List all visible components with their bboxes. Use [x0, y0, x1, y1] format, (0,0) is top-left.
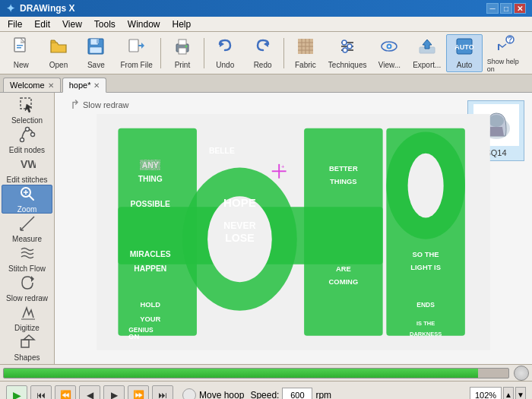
tool-lettering[interactable]: T Lettering	[2, 363, 52, 364]
svg-text:ON: ON	[128, 332, 139, 340]
tool-selection-label: Selection	[11, 116, 43, 125]
open-icon	[49, 36, 68, 59]
tool-stitchflow[interactable]: Stitch Flow	[2, 244, 52, 273]
svg-point-11	[185, 46, 187, 48]
minimize-button[interactable]: ─	[486, 3, 499, 14]
tool-editnodes[interactable]: Edit nodes	[2, 125, 52, 154]
step-forward-button[interactable]: ▶	[103, 385, 125, 400]
zoom-icon	[19, 185, 36, 204]
tab-hope[interactable]: hope* ✕	[62, 78, 107, 93]
zoom-display: 102%	[470, 387, 502, 400]
toolbar-view-button[interactable]: View...	[372, 34, 407, 72]
svg-text:YOUR: YOUR	[140, 315, 160, 323]
svg-text:HAPPEN: HAPPEN	[134, 264, 166, 273]
zoom-up-button[interactable]: ▲	[503, 387, 514, 400]
editnodes-icon	[19, 126, 36, 145]
play-button[interactable]: ▶	[6, 385, 27, 400]
toolbar-auto-label: Auto	[457, 61, 473, 69]
step-forward-fast-button[interactable]: ⏩	[128, 385, 149, 400]
tool-slowredraw[interactable]: Slow redraw	[2, 274, 52, 302]
svg-text:SO THE: SO THE	[413, 250, 439, 258]
new-icon	[11, 36, 31, 59]
toolbar-new-button[interactable]: New	[3, 34, 39, 72]
toolbar-fabric-button[interactable]: Fabric	[287, 34, 323, 72]
progress-bar-container[interactable]	[3, 368, 509, 378]
selection-icon	[19, 97, 36, 116]
tool-editstitches[interactable]: VW Edit stitches	[2, 155, 52, 184]
svg-point-66	[408, 154, 444, 218]
toolbar-fromfile-button[interactable]: From File	[116, 34, 157, 72]
playback-area: ▶ ⏮ ⏪ ◀ ▶ ⏩ ⏭ Move hoop Speed: rpm 102% …	[0, 381, 532, 399]
svg-rect-9	[179, 40, 186, 45]
view-icon	[379, 36, 399, 59]
toolbar-save-button[interactable]: Save	[78, 34, 114, 72]
svg-text:THING: THING	[138, 175, 163, 183]
redo-icon	[253, 36, 273, 59]
svg-text:ANY: ANY	[142, 161, 159, 169]
slow-redraw-label: ↱ Slow redraw	[70, 97, 129, 112]
svg-text:MIRACLES: MIRACLES	[130, 250, 171, 258]
tab-welcome[interactable]: Welcome ✕	[3, 78, 61, 92]
progress-knob[interactable]	[514, 366, 529, 381]
toolbar-undo-button[interactable]: Undo	[207, 34, 243, 72]
svg-text:HOLD: HOLD	[140, 300, 160, 309]
tab-welcome-close[interactable]: ✕	[48, 81, 54, 90]
toolbar-showhelp-label: Show help on	[487, 58, 526, 73]
undo-icon	[215, 36, 235, 59]
toolbar-open-button[interactable]: Open	[40, 34, 76, 72]
left-toolbar: Selection Edit nodes VW Edit stitches Zo…	[0, 93, 55, 364]
tool-selection[interactable]: Selection	[2, 96, 52, 125]
app-title: DRAWings X	[20, 3, 75, 14]
step-back-fast-button[interactable]: ⏪	[55, 385, 76, 400]
toolbar-open-label: Open	[49, 61, 68, 69]
canvas-area: ↱ Slow redraw SQ14	[55, 93, 532, 364]
progress-bar-fill	[4, 369, 478, 378]
toolbar-redo-button[interactable]: Redo	[245, 34, 280, 72]
toolbar-showhelp-button[interactable]: ? Show help on	[484, 34, 529, 72]
maximize-button[interactable]: □	[500, 3, 512, 14]
close-button[interactable]: ✕	[514, 3, 526, 14]
tool-shapes[interactable]: Shapes	[2, 333, 52, 362]
toolbar-export-button[interactable]: Export...	[409, 34, 445, 72]
toolbar-techniques-button[interactable]: Techniques	[325, 34, 370, 72]
go-start-button[interactable]: ⏮	[30, 385, 52, 400]
tool-digitize[interactable]: Digitize	[2, 303, 52, 332]
menu-tools[interactable]: Tools	[88, 17, 122, 31]
tool-measure[interactable]: Measure	[2, 214, 52, 243]
svg-text:ARE: ARE	[336, 264, 351, 273]
menu-view[interactable]: View	[56, 17, 88, 31]
speed-label: Speed:	[250, 390, 279, 400]
tabs-bar: Welcome ✕ hope* ✕	[0, 74, 532, 93]
toolbar-auto-button[interactable]: AUTO Auto	[446, 34, 482, 72]
menu-help[interactable]: Help	[166, 17, 198, 31]
tab-hope-close[interactable]: ✕	[93, 81, 100, 90]
step-back-button[interactable]: ◀	[79, 385, 100, 400]
window-controls: ─ □ ✕	[486, 3, 526, 14]
lettering-icon: T	[19, 363, 36, 365]
go-end-button[interactable]: ⏭	[152, 385, 173, 400]
editstitches-icon: VW	[19, 156, 36, 175]
toolbar-separator-2	[204, 38, 204, 68]
svg-marker-13	[264, 41, 268, 47]
svg-marker-53	[24, 335, 34, 340]
zoom-down-button[interactable]: ▼	[515, 387, 526, 400]
svg-point-25	[347, 44, 352, 49]
move-hoop-indicator	[182, 388, 196, 400]
svg-point-39	[20, 138, 24, 141]
toolbar-print-button[interactable]: Print	[164, 34, 200, 72]
menu-window[interactable]: Window	[122, 17, 166, 31]
redraw-arrow-icon: ↱	[70, 97, 80, 112]
showhelp-icon: ?	[496, 33, 516, 56]
print-icon	[173, 36, 192, 59]
svg-rect-5	[97, 39, 99, 43]
measure-icon	[19, 215, 36, 234]
menu-edit[interactable]: Edit	[28, 17, 56, 31]
tool-zoom[interactable]: Zoom	[2, 185, 52, 214]
menu-file[interactable]: File	[2, 17, 28, 31]
toolbar-new-label: New	[14, 61, 29, 69]
svg-text:IS THE: IS THE	[416, 320, 435, 327]
speed-input[interactable]	[282, 388, 312, 400]
menu-bar: File Edit View Tools Window Help	[0, 17, 532, 32]
main-area: Selection Edit nodes VW Edit stitches Zo…	[0, 93, 532, 364]
svg-point-26	[343, 48, 347, 52]
